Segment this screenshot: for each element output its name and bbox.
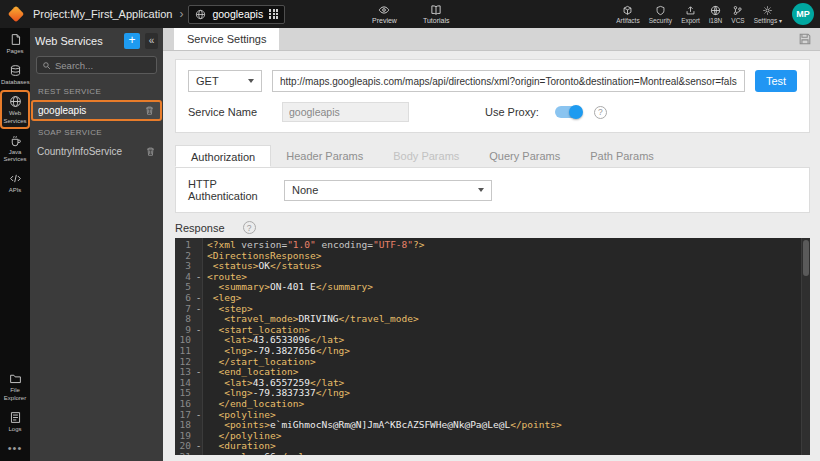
response-editor[interactable]: 1<?xml version="1.0" encoding="UTF-8"?>2… [175,238,810,455]
preview-button[interactable]: Preview [372,0,397,28]
tab-service-settings[interactable]: Service Settings [174,28,279,50]
service-item-label: CountryInfoService [37,146,141,157]
code-line: 6- <leg> [175,293,810,304]
fold-marker[interactable]: - [194,325,203,336]
security-button[interactable]: Security [649,0,672,28]
tab-header-params[interactable]: Header Params [271,145,378,167]
databases-icon [9,64,22,77]
collapse-panel-button[interactable]: « [145,33,158,49]
main-area: Service Settings GET Test Service Name [163,28,820,461]
rail-label: Java Services [1,149,29,163]
editor-scrollbar[interactable] [801,238,810,455]
sidebar-item-java-services[interactable]: Java Services [0,129,30,167]
fold-marker[interactable]: - [194,304,203,315]
vcs-icon [732,5,743,16]
url-input[interactable] [272,70,745,92]
tutorials-button[interactable]: Tutorials [423,0,450,28]
line-number: 16 [175,399,194,410]
globe-icon [195,9,206,20]
apps-grid-icon[interactable] [269,9,278,18]
http-auth-select[interactable]: None [284,180,492,201]
sidebar-item-databases[interactable]: Databases [0,59,30,90]
tutorials-label: Tutorials [423,17,450,24]
search-input[interactable] [55,60,151,71]
http-auth-label: HTTP Authentication [188,178,284,202]
settings-button[interactable]: Settings ▾ [754,0,782,28]
panel-header: Web Services + « [30,28,163,53]
fold-marker[interactable]: - [194,367,203,378]
fold-marker[interactable]: - [194,441,203,452]
line-number: 21 [175,452,194,455]
line-number: 1 [175,240,194,251]
service-item-countryinfoservice[interactable]: CountryInfoService [30,141,163,162]
trash-icon[interactable] [144,105,155,116]
rail-label: Logs [1,426,29,433]
top-bar: Project:My_First_Application › googleapi… [0,0,820,28]
code-text: <value>66</value> [203,452,321,455]
help-icon[interactable]: ? [594,106,607,119]
caret-down-icon [248,79,254,83]
line-number: 6 [175,293,194,304]
security-label: Security [649,17,672,24]
authorization-panel: HTTP Authentication None [175,167,810,213]
search-icon [42,61,51,70]
rest-section-label: REST SERVICE [30,80,163,100]
more-icon[interactable]: ••• [8,437,23,461]
chevron-right-icon: › [179,7,183,21]
i18n-button[interactable]: i18N [709,0,722,28]
app-logo-icon[interactable] [7,5,25,23]
test-button[interactable]: Test [755,70,797,92]
response-label: Response [175,222,225,234]
i18n-icon [710,5,721,16]
sidebar-item-file-explorer[interactable]: File Explorer [0,367,30,405]
rail-label: APIs [1,187,29,194]
fold-marker[interactable]: - [194,293,203,304]
use-proxy-label: Use Proxy: [485,106,539,118]
sidebar-item-logs[interactable]: Logs [0,406,30,437]
export-icon [685,5,696,16]
artifacts-icon [622,5,633,16]
security-icon [655,5,666,16]
vcs-button[interactable]: VCS [731,0,744,28]
trash-icon[interactable] [145,146,156,157]
tab-body-params[interactable]: Body Params [378,145,474,167]
artifacts-button[interactable]: Artifacts [616,0,639,28]
preview-label: Preview [372,17,397,24]
export-button[interactable]: Export [681,0,700,28]
service-switcher[interactable]: googleapis [188,5,285,24]
save-icon[interactable] [798,32,812,46]
sidebar-item-apis[interactable]: APIs [0,167,30,198]
file-explorer-icon [9,372,22,385]
fold-marker [194,420,203,431]
add-service-button[interactable]: + [124,33,140,49]
tab-path-params[interactable]: Path Params [575,145,669,167]
fold-marker [194,240,203,251]
tab-authorization[interactable]: Authorization [175,145,271,167]
method-select[interactable]: GET [188,70,262,92]
caret-down-icon [478,188,484,192]
logs-icon [9,411,22,424]
fold-marker [194,378,203,389]
service-name-input[interactable] [282,102,409,122]
artifacts-label: Artifacts [616,17,639,24]
pages-icon [9,33,22,46]
web-services-panel: Web Services + « REST SERVICE googleapis… [30,28,163,461]
service-item-googleapis[interactable]: googleapis [31,100,162,121]
use-proxy-toggle[interactable] [555,106,582,118]
topbar-center-tools: Preview Tutorials [372,0,450,28]
avatar[interactable]: MP [792,3,814,25]
fold-marker [194,346,203,357]
sidebar-item-web-services[interactable]: Web Services [0,90,30,128]
tab-query-params[interactable]: Query Params [474,145,575,167]
scrollbar-thumb[interactable] [803,240,809,276]
help-icon[interactable]: ? [243,221,256,234]
fold-marker[interactable]: - [194,272,203,283]
i18n-label: i18N [709,17,722,24]
service-switcher-label: googleapis [212,8,263,20]
fold-marker[interactable]: - [194,410,203,421]
settings-icon [762,5,773,16]
tutorials-icon [430,4,442,16]
sidebar-item-pages[interactable]: Pages [0,28,30,59]
params-tab-strip: Authorization Header Params Body Params … [175,145,810,167]
response-header: Response ? [175,221,810,234]
